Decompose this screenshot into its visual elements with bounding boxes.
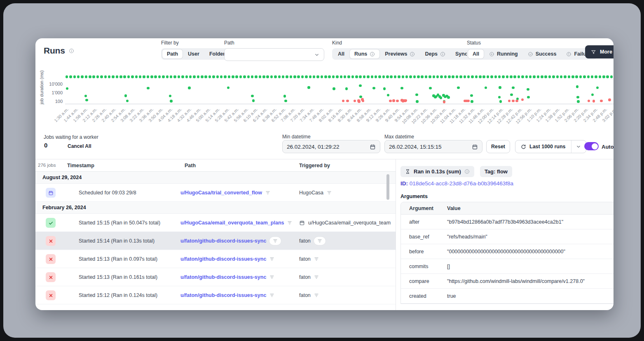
job-dot[interactable] [92,75,95,78]
job-dot[interactable] [452,75,454,78]
runs-info-icon[interactable] [69,48,74,54]
job-dot[interactable] [252,99,255,102]
job-dot[interactable] [324,75,327,78]
job-dot[interactable] [166,75,169,78]
job-dot[interactable] [181,75,184,78]
job-dot[interactable] [404,99,407,102]
job-dot[interactable] [394,75,397,78]
job-dot[interactable] [274,75,277,78]
filter-funnel-button[interactable] [269,257,274,262]
job-dot[interactable] [576,85,579,88]
info-icon[interactable] [464,169,470,174]
filter-funnel-button[interactable] [287,220,292,225]
job-dot[interactable] [595,75,597,78]
job-dot[interactable] [512,86,515,89]
calendar-icon[interactable] [472,144,478,150]
job-dot[interactable] [220,75,223,78]
job-dot[interactable] [591,93,594,96]
job-dot[interactable] [286,75,288,78]
job-dot[interactable] [485,86,487,89]
job-dot[interactable] [119,75,122,78]
job-dot[interactable] [471,100,473,103]
filter-funnel-button[interactable] [269,237,281,245]
job-dot[interactable] [69,75,72,78]
auto-refresh-toggle[interactable] [584,142,599,150]
job-dot[interactable] [243,75,246,78]
filter-funnel-button[interactable] [314,275,319,280]
job-dot[interactable] [147,87,150,90]
job-dot[interactable] [227,86,230,89]
job-dot[interactable] [363,75,366,78]
job-dot[interactable] [443,100,446,103]
filter-funnel-button[interactable] [314,237,326,245]
job-dot[interactable] [332,75,335,78]
cancel-all-button[interactable]: Cancel All [68,143,91,149]
job-dot[interactable] [189,75,192,78]
job-dot[interactable] [390,75,393,78]
job-dot[interactable] [409,75,412,78]
job-dot[interactable] [416,100,419,103]
job-dot[interactable] [170,75,173,78]
job-dot[interactable] [197,75,200,78]
calendar-icon[interactable] [370,144,376,150]
job-dot[interactable] [301,75,304,78]
job-dot[interactable] [307,86,310,89]
job-dot[interactable] [487,75,489,78]
job-dot[interactable] [170,100,173,103]
max-datetime-input[interactable] [389,144,468,150]
job-dot[interactable] [378,75,381,78]
job-dot[interactable] [521,75,524,78]
job-dot[interactable] [139,75,142,78]
filter-funnel-button[interactable] [314,257,319,262]
job-dot[interactable] [305,75,308,78]
job-dot[interactable] [239,75,242,78]
job-dot[interactable] [387,94,390,97]
job-dot[interactable] [599,75,602,78]
job-dot[interactable] [398,75,400,78]
job-dot[interactable] [475,75,478,78]
job-dot[interactable] [372,87,375,90]
filter-by-option-path[interactable]: Path [162,49,183,58]
job-dot[interactable] [440,75,443,78]
job-dot[interactable] [433,75,436,78]
job-dot[interactable] [127,75,130,78]
job-dot[interactable] [84,95,87,98]
job-dot[interactable] [515,100,518,103]
job-dot[interactable] [359,75,362,78]
job-dot[interactable] [464,75,466,78]
job-dot[interactable] [498,75,501,78]
job-dot[interactable] [457,86,460,89]
job-dot[interactable] [533,75,536,78]
job-dot[interactable] [154,75,157,78]
job-dot[interactable] [224,75,227,78]
status-option-all[interactable]: All [468,49,484,58]
job-dot[interactable] [126,100,129,103]
job-dot[interactable] [336,75,339,78]
job-dot[interactable] [282,75,285,78]
job-dot[interactable] [112,75,115,78]
job-dot[interactable] [266,75,269,78]
job-dot[interactable] [383,87,386,90]
job-dot[interactable] [564,75,567,78]
job-dot[interactable] [467,75,470,78]
job-row[interactable]: Started 15:15 (Ran in 50.047s total) u/H… [35,214,396,232]
job-dot[interactable] [588,100,590,103]
job-duration-chart[interactable]: job duration (ms) 10'000 1'000 100 1:30 … [35,70,614,135]
job-dot[interactable] [575,75,578,78]
job-dot[interactable] [359,84,362,87]
job-dot[interactable] [355,75,358,78]
job-dot[interactable] [471,75,474,78]
job-dot[interactable] [328,75,331,78]
job-dot[interactable] [143,75,145,78]
job-dot[interactable] [417,75,420,78]
job-path-link[interactable]: u/HugoCasa/trial_converted_flow [180,190,262,196]
job-dot[interactable] [608,98,611,101]
job-dot[interactable] [313,75,316,78]
filter-funnel-button[interactable] [314,293,319,298]
kind-option-runs[interactable]: Runs [350,49,379,58]
job-row[interactable]: Started 15:13 (Ran in 0.097s total) u/fa… [35,250,396,268]
job-dot[interactable] [131,75,134,78]
job-dot[interactable] [259,75,262,78]
job-path-link[interactable]: u/faton/github-discord-issues-sync [180,292,266,298]
job-dot[interactable] [81,75,84,78]
